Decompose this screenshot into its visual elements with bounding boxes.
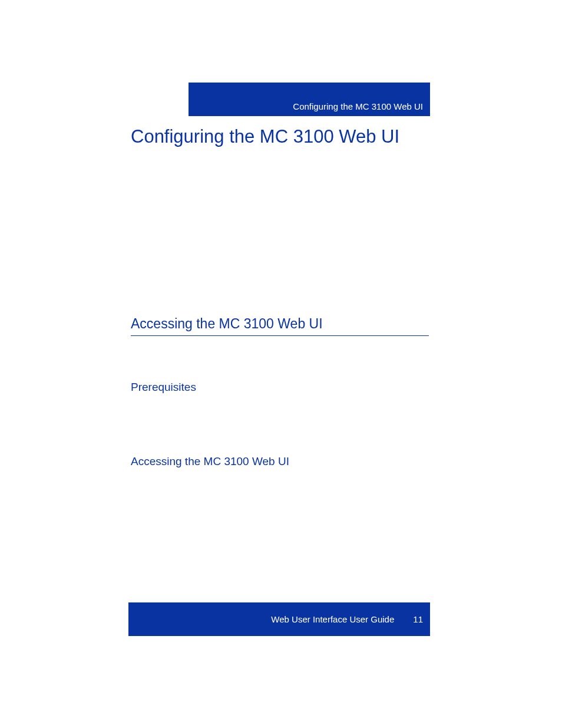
header-band: Configuring the MC 3100 Web UI: [189, 83, 430, 116]
footer-guide-name: Web User Interface User Guide: [271, 614, 394, 624]
footer-band: Web User Interface User Guide 11: [128, 602, 430, 636]
page-number: 11: [413, 614, 423, 624]
header-band-text: Configuring the MC 3100 Web UI: [293, 101, 423, 111]
subsection-prerequisites: Prerequisites: [131, 381, 196, 394]
chapter-title: Configuring the MC 3100 Web UI: [131, 126, 399, 147]
section-heading: Accessing the MC 3100 Web UI: [131, 316, 429, 336]
subsection-accessing: Accessing the MC 3100 Web UI: [131, 455, 289, 468]
